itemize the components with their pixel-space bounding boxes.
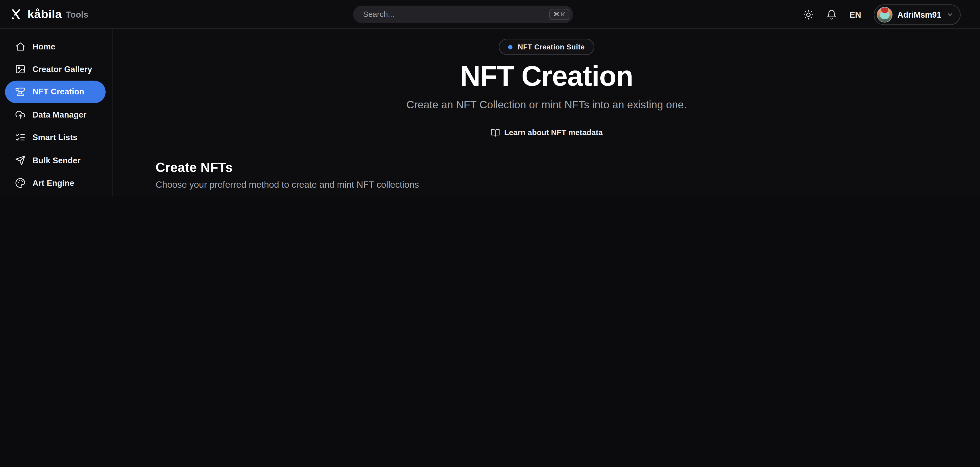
section-create-nfts: Create NFTs Choose your preferred method… — [156, 160, 941, 196]
list-checks-icon — [15, 132, 25, 143]
sidebar-item-data-manager[interactable]: Data Manager — [5, 104, 106, 126]
sidebar: Home Creator Gallery NFT Creation Data M… — [0, 29, 113, 196]
sections: Create NFTs Choose your preferred method… — [113, 160, 980, 196]
bell-icon — [826, 9, 837, 19]
brand-suffix: Tools — [66, 9, 88, 19]
notifications-button[interactable] — [826, 9, 837, 19]
suite-badge: NFT Creation Suite — [499, 39, 594, 55]
main-content: NFT Creation Suite NFT Creation Create a… — [113, 29, 980, 196]
sidebar-nav: Home Creator Gallery NFT Creation Data M… — [0, 35, 113, 196]
send-icon — [15, 155, 25, 166]
language-selector[interactable]: EN — [850, 10, 861, 19]
sidebar-item-bulk-sender[interactable]: Bulk Sender — [5, 149, 106, 172]
section-subheading: Choose your preferred method to create a… — [156, 179, 941, 189]
page-title: NFT Creation — [113, 60, 980, 92]
gallery-icon — [15, 64, 25, 75]
brand-name: kåbila — [28, 7, 62, 21]
avatar — [877, 6, 892, 22]
anvil-icon — [15, 86, 25, 97]
brand-logo[interactable]: kåbila Tools — [10, 7, 89, 21]
header-controls: EN AdriMsm91 — [803, 0, 961, 29]
sidebar-item-smart-lists[interactable]: Smart Lists — [5, 126, 106, 149]
search-input[interactable] — [362, 10, 549, 19]
search-shortcut-badge: ⌘ K — [549, 9, 570, 20]
sidebar-item-launchpad[interactable]: Launchpad — [5, 194, 106, 196]
chevron-down-icon — [947, 11, 954, 18]
sidebar-item-home[interactable]: Home — [5, 35, 106, 58]
sidebar-item-creator-gallery[interactable]: Creator Gallery — [5, 58, 106, 81]
search-bar[interactable]: ⌘ K — [353, 6, 573, 23]
page-subtitle: Create an NFT Collection or mint NFTs in… — [113, 99, 980, 111]
sun-icon — [803, 9, 814, 19]
profile-menu-button[interactable]: AdriMsm91 — [873, 4, 961, 25]
home-icon — [15, 41, 25, 51]
section-heading: Create NFTs — [156, 160, 941, 175]
sidebar-item-nft-creation[interactable]: NFT Creation — [5, 80, 106, 104]
suite-badge-label: NFT Creation Suite — [518, 43, 585, 51]
badge-dot-icon — [508, 45, 513, 49]
theme-toggle-button[interactable] — [803, 9, 814, 19]
top-bar: kåbila Tools ⌘ K EN AdriMsm91 — [0, 0, 980, 29]
sidebar-item-art-engine[interactable]: Art Engine — [5, 172, 106, 194]
palette-icon — [15, 178, 25, 188]
app-window: kåbila Tools ⌘ K EN AdriMsm91 Home — [0, 0, 980, 196]
learn-metadata-link[interactable]: Learn about NFT metadata — [490, 128, 603, 137]
kabila-logo-icon — [10, 7, 23, 21]
hero: NFT Creation Suite NFT Creation Create a… — [113, 29, 980, 140]
cloud-upload-icon — [15, 109, 25, 120]
book-open-icon — [490, 128, 500, 137]
username: AdriMsm91 — [897, 10, 941, 19]
